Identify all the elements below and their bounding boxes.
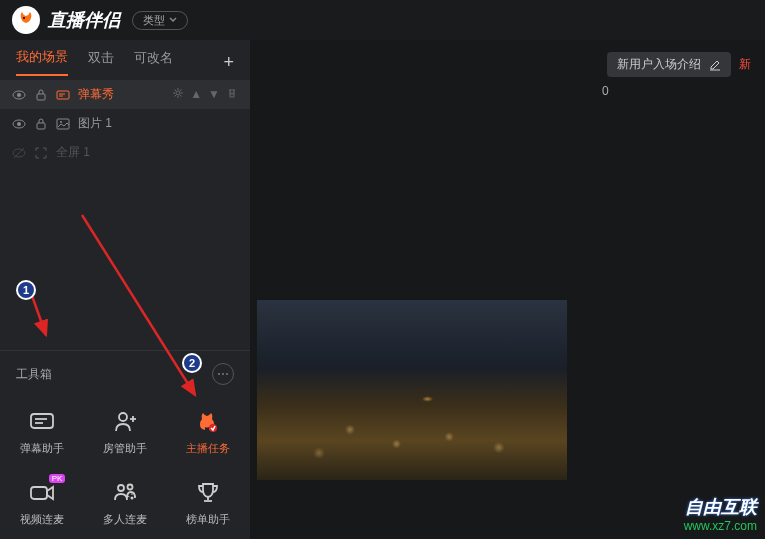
tool-anchor-tasks[interactable]: 主播任务: [167, 397, 250, 468]
newuser-intro-button[interactable]: 新用户入场介绍: [607, 52, 731, 77]
source-row-danmu[interactable]: 弹幕秀 ▲ ▼: [0, 80, 250, 109]
rank-helper-icon: [195, 480, 221, 506]
source-actions: ▲ ▼: [172, 87, 238, 102]
video-link-icon: [29, 480, 55, 506]
svg-point-24: [127, 485, 132, 490]
tool-label: 视频连麦: [20, 512, 64, 527]
svg-rect-22: [31, 487, 47, 499]
tool-room-manager[interactable]: 房管助手: [83, 397, 166, 468]
anchor-tasks-icon: [195, 409, 221, 435]
tool-video-link[interactable]: PK 视频连麦: [0, 468, 83, 539]
watermark: 自由互联 www.xz7.com: [684, 495, 757, 533]
newuser-intro-label: 新用户入场介绍: [617, 56, 701, 73]
svg-point-9: [17, 122, 21, 126]
svg-point-25: [130, 497, 133, 500]
red-truncated-text: 新: [739, 56, 751, 73]
visibility-off-icon[interactable]: [12, 146, 26, 160]
tab-dblclick[interactable]: 双击: [88, 49, 114, 75]
tool-danmu-helper[interactable]: 弹幕助手: [0, 397, 83, 468]
tool-label: 房管助手: [103, 441, 147, 456]
source-row-image[interactable]: 图片 1: [0, 109, 250, 138]
tool-label: 主播任务: [186, 441, 230, 456]
move-up-icon[interactable]: ▲: [190, 87, 202, 102]
gear-icon[interactable]: [172, 87, 184, 102]
room-manager-icon: [112, 409, 138, 435]
svg-point-2: [17, 93, 21, 97]
app-title: 直播伴侣: [48, 8, 120, 32]
source-name: 弹幕秀: [78, 86, 164, 103]
tool-rank-helper[interactable]: 榜单助手: [167, 468, 250, 539]
fullscreen-icon: [34, 146, 48, 160]
source-name: 图片 1: [78, 115, 238, 132]
toolbox-more-button[interactable]: ⋯: [212, 363, 234, 385]
add-scene-button[interactable]: +: [223, 52, 234, 73]
svg-point-12: [60, 121, 62, 123]
app-logo: [12, 6, 40, 34]
source-row-fullscreen[interactable]: 全屏 1: [0, 138, 250, 167]
pk-badge: PK: [49, 474, 66, 483]
delete-icon[interactable]: [226, 87, 238, 102]
annotation-badge-2: 2: [182, 353, 202, 373]
type-label: 类型: [143, 13, 165, 28]
watermark-line1: 自由互联: [684, 495, 757, 519]
type-selector[interactable]: 类型: [132, 11, 188, 30]
annotation-badge-1: 1: [16, 280, 36, 300]
svg-point-0: [23, 17, 25, 19]
counter-value: 0: [602, 84, 609, 98]
multi-link-icon: [112, 480, 138, 506]
tab-my-scene[interactable]: 我的场景: [16, 48, 68, 76]
watermark-line2: www.xz7.com: [684, 519, 757, 533]
tab-rename[interactable]: 可改名: [134, 49, 173, 75]
preview-thumbnail[interactable]: [257, 300, 567, 480]
move-down-icon[interactable]: ▼: [208, 87, 220, 102]
lock-icon[interactable]: [34, 117, 48, 131]
visibility-icon[interactable]: [12, 117, 26, 131]
svg-point-23: [118, 485, 124, 491]
edit-icon: [709, 59, 721, 71]
source-name: 全屏 1: [56, 144, 238, 161]
svg-rect-11: [57, 119, 69, 129]
svg-point-7: [176, 91, 180, 95]
danmu-icon: [56, 88, 70, 102]
svg-point-18: [119, 413, 127, 421]
chevron-down-icon: [169, 16, 177, 24]
tool-label: 榜单助手: [186, 512, 230, 527]
danmu-helper-icon: [29, 409, 55, 435]
sidebar: 我的场景 双击 可改名 + 弹幕秀 ▲ ▼: [0, 40, 250, 539]
lock-icon[interactable]: [34, 88, 48, 102]
image-icon: [56, 117, 70, 131]
svg-rect-4: [57, 91, 69, 99]
svg-rect-10: [37, 123, 45, 129]
svg-rect-3: [37, 94, 45, 100]
tool-label: 多人连麦: [103, 512, 147, 527]
toolbox-label: 工具箱: [16, 366, 52, 383]
tool-label: 弹幕助手: [20, 441, 64, 456]
visibility-icon[interactable]: [12, 88, 26, 102]
svg-rect-15: [31, 414, 53, 428]
tool-multi-link[interactable]: 多人连麦: [83, 468, 166, 539]
